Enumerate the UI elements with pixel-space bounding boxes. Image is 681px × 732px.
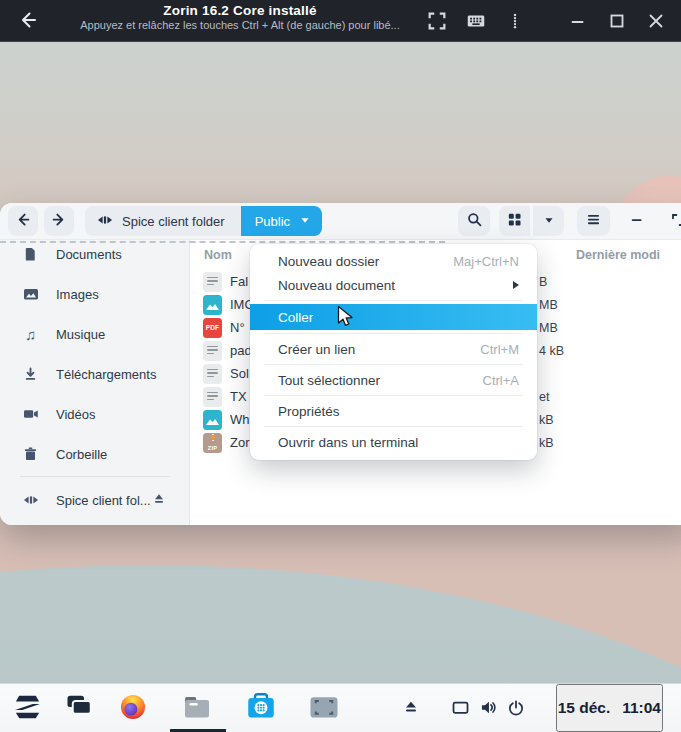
sidebar-item-images[interactable]: Images xyxy=(8,280,182,308)
menu-item-label: Nouveau dossier xyxy=(278,254,379,269)
file-name: N° xyxy=(230,320,245,335)
image-icon xyxy=(22,286,39,302)
eject-icon xyxy=(152,492,166,509)
tray-power-button[interactable] xyxy=(504,697,528,721)
view-grid-button[interactable] xyxy=(499,206,530,236)
more-dots-icon xyxy=(504,10,526,32)
menu-item-shortcut: Maj+Ctrl+N xyxy=(453,254,519,269)
restore-icon xyxy=(668,210,681,233)
sidebar-item-label: Corbeille xyxy=(56,447,107,462)
text-file-icon xyxy=(203,272,222,292)
menu-item-new-document[interactable]: Nouveau document xyxy=(250,273,537,297)
file-size: et xyxy=(539,390,549,404)
video-icon xyxy=(22,406,39,422)
sidebar-item-spice-client-folder[interactable]: Spice client fol... xyxy=(8,486,182,514)
firefox-icon xyxy=(116,690,150,727)
taskbar-screenshot-tool-button[interactable] xyxy=(307,691,341,725)
fullscreen-icon xyxy=(426,10,448,32)
menu-item-properties[interactable]: Propriétés xyxy=(250,399,537,423)
window-menu-button[interactable] xyxy=(577,206,610,236)
viewer-minimize-button[interactable] xyxy=(564,7,592,35)
menu-item-shortcut: Ctrl+A xyxy=(483,373,519,388)
trash-icon xyxy=(22,446,39,462)
viewer-keyboard-button[interactable] xyxy=(462,7,490,35)
menu-item-label: Tout sélectionner xyxy=(278,373,380,388)
path-segment-parent[interactable]: Spice client folder xyxy=(85,206,241,236)
taskbar-clock[interactable]: 15 déc. 11:04 xyxy=(556,684,663,732)
taskbar-zorin-menu-button[interactable] xyxy=(9,691,43,725)
menu-item-select-all[interactable]: Tout sélectionner Ctrl+A xyxy=(250,368,537,392)
spice-drive-icon xyxy=(97,212,113,231)
menu-item-new-folder[interactable]: Nouveau dossier Maj+Ctrl+N xyxy=(250,249,537,273)
sidebar-item-videos[interactable]: Vidéos xyxy=(8,400,182,428)
nav-back-button[interactable] xyxy=(8,206,38,236)
column-header-name[interactable]: Nom xyxy=(204,248,232,262)
zip-file-icon: ZIP xyxy=(203,433,222,453)
viewer-close-button[interactable] xyxy=(642,7,670,35)
text-file-icon xyxy=(203,341,222,361)
tray-volume-button[interactable] xyxy=(476,697,500,721)
window-restore-button[interactable] xyxy=(664,206,681,236)
viewer-controls xyxy=(423,0,681,42)
menu-item-open-terminal[interactable]: Ouvrir dans un terminal xyxy=(250,430,537,454)
time-label: 11:04 xyxy=(622,699,661,717)
file-size: 4 kB xyxy=(539,344,564,358)
view-options-caret-button[interactable] xyxy=(533,206,564,236)
taskbar-files-button[interactable] xyxy=(180,691,214,725)
software-store-icon xyxy=(243,689,279,728)
viewer-title: Zorin 16.2 Core installé xyxy=(0,3,480,18)
window-minimize-button[interactable] xyxy=(624,206,650,236)
sidebar-item-music[interactable]: ♫ Musique xyxy=(8,320,182,348)
menu-item-label: Propriétés xyxy=(278,404,340,419)
context-menu: Nouveau dossier Maj+Ctrl+N Nouveau docum… xyxy=(250,244,537,460)
viewer-subtitle: Appuyez et relâchez les touches Ctrl + A… xyxy=(0,19,480,31)
display-icon xyxy=(450,697,471,721)
menu-separator xyxy=(264,364,523,365)
menu-separator xyxy=(264,395,523,396)
volume-icon xyxy=(478,697,499,721)
spice-drive-icon xyxy=(22,492,39,508)
viewer-more-button[interactable] xyxy=(501,7,529,35)
eject-button[interactable] xyxy=(146,486,172,514)
file-name: Zor xyxy=(230,435,250,450)
grid-view-icon xyxy=(506,211,523,231)
menu-separator xyxy=(264,333,523,334)
file-manager-toolbar: Spice client folder Public xyxy=(0,203,681,240)
back-icon xyxy=(13,210,33,233)
path-segment-current[interactable]: Public xyxy=(241,206,322,236)
menu-separator xyxy=(264,426,523,427)
tray-display-button[interactable] xyxy=(448,697,472,721)
taskbar-firefox-button[interactable] xyxy=(116,691,150,725)
menu-item-paste[interactable]: Coller xyxy=(250,304,537,330)
sidebar-item-label: Spice client fol... xyxy=(56,493,151,508)
file-name: Wh xyxy=(230,412,250,427)
sidebar-item-label: Documents xyxy=(56,247,122,262)
keyboard-icon xyxy=(465,10,487,32)
taskbar-software-store-button[interactable] xyxy=(244,691,278,725)
viewer-title-block: Zorin 16.2 Core installé Appuyez et relâ… xyxy=(0,3,480,31)
file-size: kB xyxy=(539,413,554,427)
menu-item-label: Créer un lien xyxy=(278,342,355,357)
sidebar-item-downloads[interactable]: Téléchargements xyxy=(8,360,182,388)
taskbar-task-view-button[interactable] xyxy=(61,691,95,725)
sidebar-item-trash[interactable]: Corbeille xyxy=(8,440,182,468)
minimize-icon xyxy=(567,10,589,32)
sidebar-item-label: Musique xyxy=(56,327,105,342)
menu-separator xyxy=(264,300,523,301)
sidebar-item-documents[interactable]: Documents xyxy=(8,240,182,268)
menu-item-create-link[interactable]: Créer un lien Ctrl+M xyxy=(250,337,537,361)
nav-forward-button[interactable] xyxy=(44,206,74,236)
column-header-modified[interactable]: Dernière modi xyxy=(576,248,681,262)
file-size: MB xyxy=(539,321,558,335)
eject-icon xyxy=(401,698,421,721)
search-button[interactable] xyxy=(458,206,490,236)
mouse-cursor xyxy=(337,305,357,333)
text-file-icon xyxy=(203,387,222,407)
screenshot-tool-icon xyxy=(306,689,342,728)
download-icon xyxy=(22,366,39,382)
taskbar: 15 déc. 11:04 xyxy=(0,683,681,732)
viewer-maximize-button[interactable] xyxy=(603,7,631,35)
viewer-fullscreen-button[interactable] xyxy=(423,7,451,35)
tray-eject-button[interactable] xyxy=(399,697,423,721)
maximize-icon xyxy=(606,10,628,32)
